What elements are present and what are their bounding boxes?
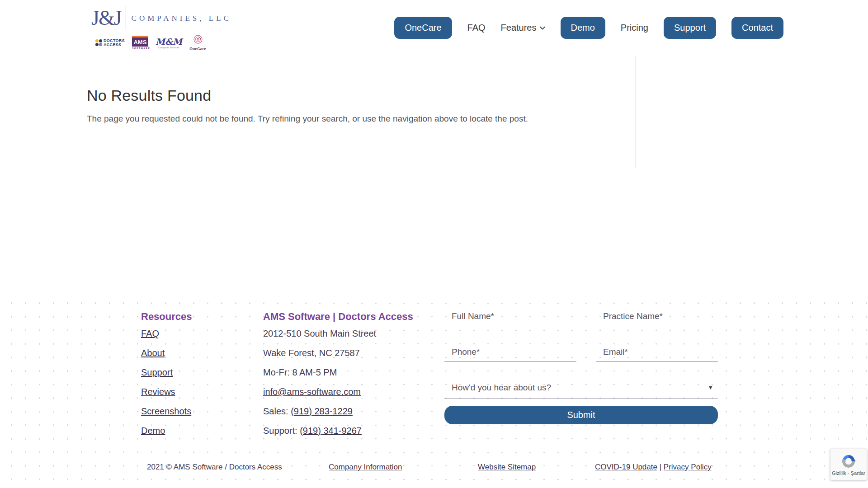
footer-link-demo[interactable]: Demo [141, 426, 192, 436]
onecare-label: OneCare [189, 47, 206, 51]
doctors-access-dots-icon [95, 39, 102, 46]
email-input[interactable] [596, 346, 718, 362]
nav-features-dropdown[interactable]: Features [501, 23, 545, 33]
sales-label: Sales: [263, 406, 291, 416]
mm-caption: Computer Services [156, 47, 182, 49]
support-label: Support: [263, 426, 300, 436]
footer-link-faq[interactable]: FAQ [141, 328, 192, 339]
footer-contact-column: AMS Software | Doctors Access 2012-510 S… [263, 311, 413, 436]
practice-name-field-wrap [596, 310, 718, 326]
site-footer: Resources FAQ About Support Reviews Scre… [0, 293, 868, 488]
submit-button[interactable]: Submit [444, 406, 718, 424]
website-sitemap-link[interactable]: Website Sitemap [478, 463, 536, 472]
covid-update-link[interactable]: COVID-19 Update [595, 463, 657, 471]
nav-onecare-button[interactable]: OneCare [394, 17, 452, 39]
company-information-link[interactable]: Company Information [329, 463, 402, 472]
sales-phone-link[interactable]: (919) 283-1229 [291, 406, 353, 416]
chevron-down-icon [540, 26, 545, 30]
full-name-field-wrap [444, 310, 576, 326]
mm-computer-services-logo: M&M Computer Services [156, 37, 182, 49]
business-hours: Mo-Fr: 8 AM-5 PM [263, 367, 413, 378]
site-logo[interactable]: J&J COMPANIES, LLC DOCTORS ACCESS AMS [91, 6, 231, 30]
site-header: J&J COMPANIES, LLC DOCTORS ACCESS AMS [0, 0, 868, 59]
recaptcha-badge[interactable]: Gizlilik - Şartlar [830, 449, 867, 480]
nav-support-button[interactable]: Support [664, 17, 716, 39]
address-line-1: 2012-510 South Main Street [263, 328, 413, 339]
page-title: No Results Found [87, 87, 211, 104]
footer-link-about[interactable]: About [141, 348, 192, 358]
footer-link-reviews[interactable]: Reviews [141, 387, 192, 397]
email-link[interactable]: info@ams-software.com [263, 387, 413, 397]
jj-companies-logo: J&J COMPANIES, LLC [91, 6, 231, 30]
nav-faq-link[interactable]: FAQ [467, 23, 486, 33]
footer-resources-column: Resources FAQ About Support Reviews Scre… [141, 311, 192, 436]
copyright-text: 2021 © AMS Software / Doctors Access [147, 463, 282, 472]
practice-name-input[interactable] [596, 310, 718, 326]
main-navigation: OneCare FAQ Features Demo Pricing Suppor… [394, 15, 783, 40]
legal-separator: | [660, 463, 661, 471]
logo-divider [126, 6, 126, 30]
nav-contact-button[interactable]: Contact [731, 17, 783, 39]
ams-logo-sub: SOFTWARE [132, 47, 148, 50]
hear-about-us-select[interactable]: How'd you hear about us? ▼ [444, 382, 718, 399]
address-line-2: Wake Forest, NC 27587 [263, 348, 413, 358]
ams-software-logo: AMS SOFTWARE [132, 36, 148, 50]
contact-form: How'd you hear about us? ▼ Submit [444, 293, 718, 488]
full-name-input[interactable] [444, 310, 576, 326]
contact-heading: AMS Software | Doctors Access [263, 311, 413, 323]
footer-link-support[interactable]: Support [141, 367, 192, 378]
onecare-flower-icon [193, 34, 203, 44]
select-label: How'd you hear about us? [452, 383, 551, 393]
nav-demo-button[interactable]: Demo [561, 17, 605, 39]
logo-company-name: COMPANIES, LLC [132, 14, 231, 23]
brand-logos-row: DOCTORS ACCESS AMS SOFTWARE M&M Computer… [95, 34, 206, 51]
nav-pricing-link[interactable]: Pricing [621, 23, 648, 33]
recaptcha-label: Gizlilik - Şartlar [832, 470, 865, 476]
mm-script-mark: M&M [156, 37, 182, 46]
support-phone-row: Support: (919) 341-9267 [263, 426, 413, 436]
onecare-logo: OneCare [189, 34, 206, 51]
email-field-wrap [596, 346, 718, 362]
page: J&J COMPANIES, LLC DOCTORS ACCESS AMS [0, 0, 868, 488]
dropdown-arrow-icon: ▼ [708, 384, 713, 391]
support-phone-link[interactable]: (919) 341-9267 [300, 426, 362, 436]
sidebar-divider [635, 56, 636, 168]
privacy-policy-link[interactable]: Privacy Policy [664, 463, 712, 471]
legal-links-group: COVID-19 Update | Privacy Policy [595, 463, 712, 472]
not-found-message: The page you requested could not be foun… [87, 114, 528, 124]
doctors-access-line2: ACCESS [104, 42, 121, 47]
footer-link-screenshots[interactable]: Screenshots [141, 406, 192, 417]
phone-input[interactable] [444, 346, 576, 362]
sales-phone-row: Sales: (919) 283-1229 [263, 406, 413, 417]
resources-heading: Resources [141, 311, 192, 323]
phone-field-wrap [444, 346, 576, 362]
ams-logo-box: AMS [132, 36, 148, 47]
doctors-access-logo: DOCTORS ACCESS [95, 39, 125, 47]
recaptcha-icon [840, 453, 857, 469]
jj-monogram: J&J [91, 6, 121, 30]
nav-features-label: Features [501, 23, 537, 33]
